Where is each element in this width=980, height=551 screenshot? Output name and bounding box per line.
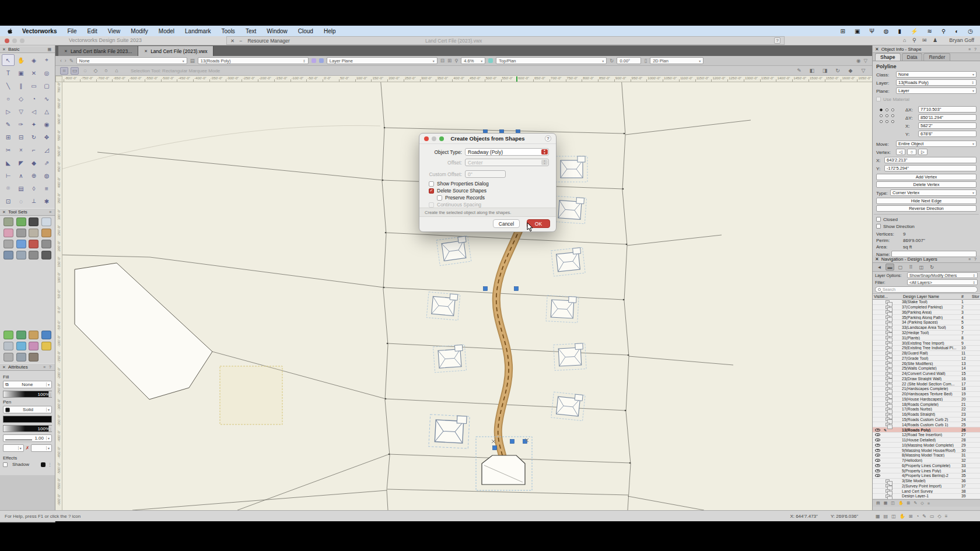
attribute-mapping-icon[interactable]: ✎ <box>795 67 803 75</box>
basic-tool-icon-22[interactable]: ✑ <box>15 118 27 130</box>
control-center-icon[interactable]: ◐ <box>955 28 958 34</box>
toolset-icon-b6[interactable] <box>16 342 26 350</box>
toolset-icon-b9[interactable] <box>4 353 13 362</box>
vertex-y-field[interactable]: -172'5.294" <box>884 165 977 171</box>
toolset-icon-15[interactable] <box>29 251 38 259</box>
menu-item-window[interactable]: Window <box>261 28 293 34</box>
filter-icon[interactable]: ▽ <box>859 67 867 75</box>
shadow-options-icon[interactable]: ⋮ <box>48 462 52 467</box>
layer-name[interactable]: 24(Convert Curved Wall) <box>902 371 960 375</box>
mail-icon[interactable]: ✉ <box>922 37 928 43</box>
layer-row-38[interactable]: Land Cert Survey38 <box>873 489 980 494</box>
toolset-icon-b11[interactable] <box>29 353 38 362</box>
layer-visibility-cell[interactable] <box>873 352 902 355</box>
layer-visibility-cell[interactable] <box>873 464 902 467</box>
basic-tool-icon-27[interactable]: ↻ <box>27 131 40 143</box>
layer-visibility-cell[interactable] <box>873 367 902 370</box>
visibility-eye-icon[interactable] <box>875 454 880 457</box>
status-right-icon[interactable]: ✎ <box>922 514 926 519</box>
visibility-off-icon[interactable] <box>886 306 890 309</box>
visibility-off-icon[interactable] <box>886 377 890 380</box>
layer-visibility-cell[interactable] <box>873 402 902 406</box>
layer-row-15[interactable]: 24(Convert Curved Wall)15 <box>873 371 980 377</box>
layer-visibility-cell[interactable] <box>873 438 902 441</box>
object-info-title-bar[interactable]: ✕ Object Info - Shape ≡ ? <box>873 45 980 53</box>
layer-name[interactable]: 15(Roads Custom Curb 2) <box>902 417 960 422</box>
vertex-handle[interactable] <box>514 287 519 291</box>
status-right-icon[interactable]: ▭ <box>930 514 935 519</box>
closed-checkbox[interactable] <box>876 217 881 222</box>
dy-field[interactable]: 850'11.294" <box>918 114 977 121</box>
layer-visibility-cell[interactable] <box>873 479 902 483</box>
active-plane-dropdown[interactable]: Layer Plane▾ <box>327 57 438 64</box>
basic-tool-icon-36[interactable]: ⇗ <box>40 157 53 169</box>
layer-row-13[interactable]: 26(Site Modifiers)13 <box>873 361 980 366</box>
layer-row-34[interactable]: 5(Property Lines Poly)34 <box>873 468 980 473</box>
toolset-icon-16[interactable] <box>41 251 51 259</box>
layer-name[interactable]: 5(Property Lines Poly) <box>902 469 960 473</box>
toolset-icon-7[interactable] <box>29 229 38 237</box>
basic-tool-icon-42[interactable]: ▤ <box>15 183 27 194</box>
layer-visibility-cell[interactable] <box>873 423 902 426</box>
layer-row-20[interactable]: 19(House Hardscapes)20 <box>873 397 980 402</box>
layer-visibility-cell[interactable] <box>873 310 902 314</box>
nav-saved-views-icon[interactable]: ◫ <box>917 264 926 271</box>
basic-tool-icon-40[interactable]: ◍ <box>40 170 53 181</box>
house-footprint-1[interactable] <box>436 236 471 265</box>
resource-manager-controls[interactable]: ✕ − <box>230 38 244 44</box>
basic-tool-icon-34[interactable]: ◤ <box>15 157 27 169</box>
nav-bottom-icon[interactable]: ▤ <box>876 501 880 506</box>
layer-row-7[interactable]: 32(Hedge Tool)7 <box>873 331 980 336</box>
visibility-off-icon[interactable] <box>886 315 890 319</box>
status-right-icon[interactable]: ✋ <box>900 514 905 519</box>
layer-row-10[interactable]: 29(Existing Tree Individual Pl...10 <box>873 346 980 351</box>
basic-tool-icon-20[interactable]: △ <box>40 106 53 117</box>
fill-mode-icon[interactable]: ◆ <box>846 67 855 75</box>
layer-visibility-cell[interactable] <box>873 341 902 345</box>
layer-list-header[interactable]: Visibil... Design Layer Name # Stor <box>873 293 980 300</box>
visibility-off-icon[interactable] <box>886 387 890 391</box>
window-close-button[interactable] <box>5 38 9 43</box>
layer-name[interactable]: 23(Draw Straight Wall) <box>902 377 960 381</box>
layer-row-23[interactable]: 16(Roads Straight)23 <box>873 412 980 417</box>
status-right-icon[interactable]: ≡ <box>945 514 948 519</box>
visibility-off-icon[interactable] <box>886 336 890 339</box>
layer-visibility-cell[interactable]: ✎ <box>873 428 902 432</box>
visibility-off-icon[interactable] <box>886 300 890 304</box>
delete-source-shapes-checkbox[interactable]: ✓ <box>429 188 434 194</box>
layer-row-31[interactable]: 8(Massing Model Trace)31 <box>873 453 980 458</box>
visibility-off-icon[interactable] <box>886 382 890 385</box>
house-footprint-9[interactable] <box>551 392 585 420</box>
basic-tool-icon-17[interactable]: ▷ <box>2 106 15 117</box>
add-vertex-button[interactable]: Add Vertex <box>876 174 977 180</box>
layer-name[interactable]: 7(Heliodon) <box>902 458 960 462</box>
menu-item-cloud[interactable]: Cloud <box>293 28 318 34</box>
tab-close-icon[interactable]: ✕ <box>144 49 148 54</box>
toolsets-palette-menu-icon[interactable]: ≡ <box>49 210 52 214</box>
layer-visibility-cell[interactable] <box>873 449 902 452</box>
layer-row-17[interactable]: 22 (Site Model Section Com...17 <box>873 381 980 387</box>
visibility-off-icon[interactable] <box>886 397 890 401</box>
pen-opacity-slider[interactable]: 100% ⋮ <box>3 425 52 432</box>
toolset-icon-b10[interactable] <box>16 353 26 362</box>
visibility-off-icon[interactable] <box>886 362 890 365</box>
layer-visibility-cell[interactable] <box>873 454 902 457</box>
layer-name[interactable]: 9(Massing Model House/Roof) <box>902 448 960 452</box>
circle-select-mode-icon[interactable]: ○ <box>102 67 110 75</box>
menu-item-file[interactable]: File <box>62 28 82 34</box>
toolset-icon-2[interactable] <box>16 217 26 226</box>
toolsets-palette-close-icon[interactable]: ✕ <box>2 210 6 215</box>
refresh-icon[interactable]: ◉ <box>856 58 860 64</box>
show-direction-row[interactable]: Show Direction <box>876 224 915 229</box>
toolset-icon-13[interactable] <box>4 251 13 259</box>
house-footprint-4[interactable] <box>429 415 470 448</box>
toolset-icon-9[interactable] <box>4 240 13 248</box>
toolset-icon-11[interactable] <box>29 240 38 248</box>
nav-bottom-icon[interactable]: ✋ <box>898 501 904 506</box>
document-tab-1[interactable]: ✕Land Cert Blank File 2023... <box>58 46 138 56</box>
layer-visibility-cell[interactable] <box>873 494 902 498</box>
line-marker-end-dropdown[interactable]: ▾ <box>31 444 52 452</box>
layer-row-3[interactable]: 36(Parking Area)3 <box>873 310 980 315</box>
render-mode-dropdown[interactable]: 2D Plan▾ <box>650 57 704 64</box>
layer-visibility-cell[interactable] <box>873 362 902 365</box>
